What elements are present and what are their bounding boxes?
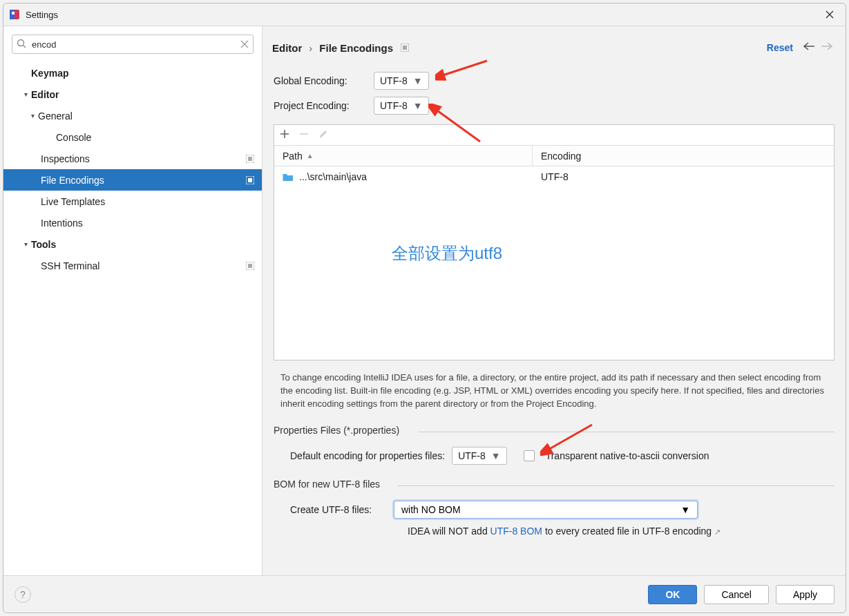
chevron-down-icon: ▼ <box>491 450 501 461</box>
svg-point-3 <box>18 40 24 46</box>
app-icon <box>9 9 20 20</box>
transparent-ascii-label[interactable]: Transparent native-to-ascii conversion <box>546 450 709 461</box>
project-encoding-combo[interactable]: UTF-8 ▼ <box>374 97 429 115</box>
main-area: Keymap ▾Editor ▾General Console Inspecti… <box>3 26 846 575</box>
forward-arrow-icon <box>821 41 833 54</box>
bom-section: BOM for new UTF-8 files Create UTF-8 fil… <box>263 479 846 537</box>
chevron-down-icon[interactable]: ▾ <box>20 90 31 98</box>
table-body: ...\src\main\java UTF-8 全部设置为utf8 <box>274 166 834 360</box>
search-input[interactable] <box>12 35 254 54</box>
search-icon <box>17 39 26 51</box>
svg-rect-12 <box>403 46 407 50</box>
global-encoding-combo[interactable]: UTF-8 ▼ <box>374 72 429 90</box>
chevron-down-icon: ▼ <box>413 75 423 86</box>
tree-item-keymap[interactable]: Keymap <box>3 62 262 84</box>
default-props-encoding-value: UTF-8 <box>458 450 486 461</box>
project-badge-icon <box>245 175 255 185</box>
encodings-table: Path▲ Encoding ...\src\main\java UTF-8 全… <box>274 124 834 360</box>
tree-item-tools[interactable]: ▾Tools <box>3 233 262 255</box>
project-badge-icon <box>245 154 255 164</box>
edit-icon <box>318 129 328 142</box>
sort-asc-icon: ▲ <box>307 152 314 160</box>
cancel-button[interactable]: Cancel <box>704 585 769 604</box>
encoding-form: Global Encoding: UTF-8 ▼ Project Encodin… <box>263 59 846 122</box>
tree-item-file-encodings[interactable]: File Encodings <box>3 169 262 191</box>
annotation-text: 全部设置为utf8 <box>392 242 502 264</box>
reset-link[interactable]: Reset <box>767 42 793 53</box>
content-panel: Editor › File Encodings Reset Global Enc… <box>263 26 846 575</box>
apply-button[interactable]: Apply <box>776 585 834 604</box>
svg-rect-2 <box>12 12 15 15</box>
table-row[interactable]: ...\src\main\java UTF-8 <box>274 166 834 187</box>
tree-item-intentions[interactable]: Intentions <box>3 212 262 233</box>
table-header: Path▲ Encoding <box>274 146 834 166</box>
close-button[interactable] <box>819 6 840 23</box>
tree-item-editor[interactable]: ▾Editor <box>3 84 262 105</box>
project-badge-icon <box>400 43 410 52</box>
settings-tree: Keymap ▾Editor ▾General Console Inspecti… <box>3 59 262 276</box>
svg-line-4 <box>23 46 26 48</box>
utf8-bom-link[interactable]: UTF-8 BOM <box>490 526 542 537</box>
chevron-down-icon: ▼ <box>413 100 423 111</box>
breadcrumb-editor[interactable]: Editor <box>272 42 302 54</box>
clear-search-icon[interactable] <box>240 39 249 51</box>
sidebar: Keymap ▾Editor ▾General Console Inspecti… <box>3 26 263 575</box>
tree-item-inspections[interactable]: Inspections <box>3 148 262 169</box>
properties-section: Properties Files (*.properties) Default … <box>263 425 846 465</box>
section-title-bom: BOM for new UTF-8 files <box>274 479 834 492</box>
folder-icon <box>283 172 294 182</box>
create-utf8-value: with NO BOM <box>401 504 461 515</box>
button-bar: ? OK Cancel Apply <box>3 575 846 613</box>
encoding-cell: UTF-8 <box>533 171 577 182</box>
tree-item-console[interactable]: Console <box>3 126 262 148</box>
svg-rect-10 <box>248 264 252 268</box>
breadcrumb-sep: › <box>309 42 312 54</box>
project-encoding-label: Project Encoding: <box>274 100 374 111</box>
section-title-properties: Properties Files (*.properties) <box>274 425 834 439</box>
project-encoding-value: UTF-8 <box>380 100 408 111</box>
create-utf8-combo[interactable]: with NO BOM ▼ <box>394 501 698 519</box>
path-cell: ...\src\main\java <box>299 171 367 182</box>
add-icon[interactable] <box>280 129 289 142</box>
bom-footnote: IDEA will NOT add UTF-8 BOM to every cre… <box>290 519 834 537</box>
tree-item-ssh-terminal[interactable]: SSH Terminal <box>3 255 262 276</box>
default-props-encoding-combo[interactable]: UTF-8 ▼ <box>452 447 507 465</box>
external-link-icon: ↗ <box>714 528 721 536</box>
nav-arrows <box>803 41 833 54</box>
svg-rect-6 <box>248 157 252 161</box>
remove-icon <box>299 129 309 142</box>
back-arrow-icon[interactable] <box>803 41 815 54</box>
settings-dialog: Settings Keymap ▾Editor <box>3 3 846 613</box>
default-props-encoding-label: Default encoding for properties files: <box>290 450 445 461</box>
chevron-down-icon[interactable]: ▾ <box>27 112 38 119</box>
transparent-ascii-checkbox[interactable] <box>524 450 535 461</box>
tree-item-general[interactable]: ▾General <box>3 105 262 126</box>
global-encoding-value: UTF-8 <box>380 75 408 86</box>
breadcrumb: Editor › File Encodings <box>272 42 410 54</box>
global-encoding-label: Global Encoding: <box>274 75 374 86</box>
svg-rect-8 <box>248 178 252 182</box>
titlebar: Settings <box>3 3 846 26</box>
table-toolbar <box>274 125 834 146</box>
tree-item-live-templates[interactable]: Live Templates <box>3 191 262 212</box>
search-box <box>12 35 254 54</box>
column-path[interactable]: Path▲ <box>274 146 533 166</box>
breadcrumb-current: File Encodings <box>319 42 393 54</box>
create-utf8-label: Create UTF-8 files: <box>290 504 387 515</box>
project-badge-icon <box>245 261 255 271</box>
chevron-down-icon: ▼ <box>680 504 690 515</box>
content-header: Editor › File Encodings Reset <box>263 26 846 59</box>
chevron-down-icon[interactable]: ▾ <box>20 240 31 248</box>
help-text: To change encoding IntelliJ IDEA uses fo… <box>263 360 846 411</box>
column-encoding[interactable]: Encoding <box>533 146 834 166</box>
window-title: Settings <box>26 10 58 20</box>
help-button[interactable]: ? <box>15 586 31 603</box>
ok-button[interactable]: OK <box>648 585 697 604</box>
